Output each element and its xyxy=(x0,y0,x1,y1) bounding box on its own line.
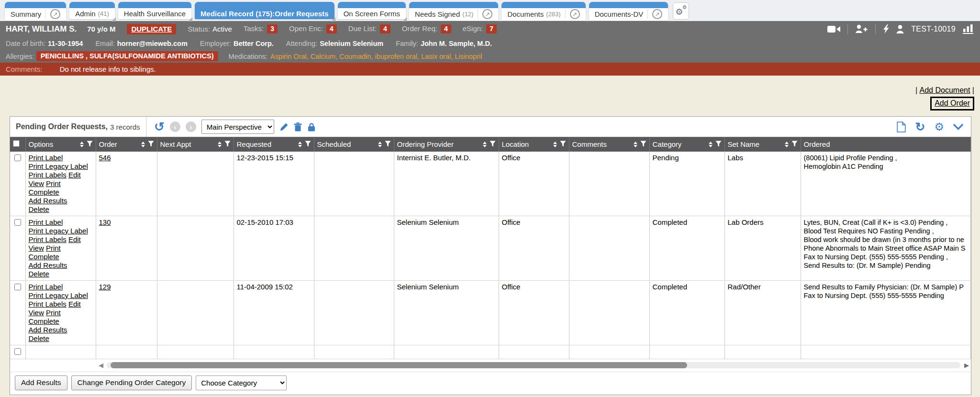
row-checkbox[interactable] xyxy=(14,284,21,290)
sort-icon[interactable] xyxy=(553,142,557,147)
filter-icon[interactable] xyxy=(224,140,231,148)
refresh-icon[interactable]: ↻ xyxy=(915,122,925,132)
tab-settings-button[interactable]: ⚙ ⚙ xyxy=(673,2,689,20)
option-link-print[interactable]: Print xyxy=(46,179,61,187)
medication-link[interactable]: Aspirin Oral xyxy=(270,53,307,60)
counter-badge[interactable]: 3 xyxy=(267,24,278,33)
sort-icon[interactable] xyxy=(218,142,222,147)
filter-icon[interactable] xyxy=(490,140,496,148)
add-person-icon[interactable] xyxy=(855,24,868,33)
option-link-edit[interactable]: Edit xyxy=(68,300,81,308)
option-link-print-label[interactable]: Print Label xyxy=(29,154,63,162)
order-number-link[interactable]: 130 xyxy=(99,218,111,226)
option-link-delete[interactable]: Delete xyxy=(29,334,49,342)
tab-admin[interactable]: Admin(41) xyxy=(69,2,115,21)
counter-badge[interactable]: 4 xyxy=(380,24,390,33)
option-link-complete[interactable]: Complete xyxy=(29,253,59,261)
row-checkbox[interactable] xyxy=(14,348,21,355)
filter-icon[interactable] xyxy=(305,140,311,148)
sort-icon[interactable] xyxy=(785,142,789,147)
sort-icon[interactable] xyxy=(378,142,382,147)
choose-category-select[interactable]: Choose Category xyxy=(196,375,287,390)
filter-icon[interactable] xyxy=(715,140,722,148)
tab-documents[interactable]: Documents(283)↗ xyxy=(501,2,585,21)
row-checkbox[interactable] xyxy=(14,219,21,226)
filter-icon[interactable] xyxy=(148,140,154,148)
person-icon[interactable] xyxy=(896,25,904,33)
sort-icon[interactable] xyxy=(298,142,302,147)
scroll-left-arrow[interactable]: ◀ xyxy=(99,362,103,369)
option-link-delete[interactable]: Delete xyxy=(29,270,49,278)
filter-icon[interactable] xyxy=(385,140,391,148)
option-link-print-labels[interactable]: Print Labels xyxy=(29,300,67,308)
filter-icon[interactable] xyxy=(791,140,798,148)
filter-icon[interactable] xyxy=(640,140,646,148)
scrollbar-thumb[interactable] xyxy=(111,362,687,368)
edit-pencil-icon[interactable] xyxy=(279,122,289,132)
option-link-print-label[interactable]: Print Label xyxy=(29,283,63,291)
popout-icon[interactable]: ↗ xyxy=(50,9,60,19)
lock-icon[interactable] xyxy=(307,122,316,132)
popout-icon[interactable]: ↗ xyxy=(652,9,662,19)
medication-link[interactable]: ibuprofen oral xyxy=(375,53,417,60)
tab-medical-record-175-order-requests[interactable]: Medical Record (175):Order Requests xyxy=(195,2,334,21)
option-link-add-results[interactable]: Add Results xyxy=(29,326,67,334)
grid-settings-gear-icon[interactable]: ⚙ xyxy=(934,121,944,132)
option-link-add-results[interactable]: Add Results xyxy=(29,197,67,205)
medication-link[interactable]: Coumadin xyxy=(339,53,371,60)
medication-link[interactable]: Lisinopril xyxy=(455,53,482,60)
lightning-icon[interactable] xyxy=(883,24,889,33)
option-link-print-legacy-label[interactable]: Print Legacy Label xyxy=(29,291,88,299)
change-pending-order-category-button[interactable]: Change Pending Order Category xyxy=(71,375,192,390)
counter-badge[interactable]: 7 xyxy=(486,24,497,33)
video-camera-icon[interactable] xyxy=(827,25,840,33)
option-link-view[interactable]: View xyxy=(29,309,44,317)
option-link-edit[interactable]: Edit xyxy=(68,235,81,243)
option-link-print-labels[interactable]: Print Labels xyxy=(29,171,67,179)
popout-icon[interactable]: ↗ xyxy=(570,9,580,19)
medication-link[interactable]: Lasix oral xyxy=(421,53,451,60)
trash-icon[interactable] xyxy=(294,122,302,132)
order-number-link[interactable]: 546 xyxy=(99,154,111,162)
option-link-view[interactable]: View xyxy=(29,244,44,252)
option-link-print[interactable]: Print xyxy=(46,244,61,252)
scroll-right-arrow[interactable]: ▶ xyxy=(964,362,969,369)
perspective-select[interactable]: Main Perspective xyxy=(201,120,274,134)
sort-icon[interactable] xyxy=(483,142,487,147)
add-document-link[interactable]: Add Document xyxy=(920,86,970,94)
tab-documents-dv[interactable]: Documents-DV↗ xyxy=(589,2,668,21)
scrollbar-track[interactable] xyxy=(107,362,960,368)
sort-icon[interactable] xyxy=(141,142,145,147)
prev-page-button[interactable]: ‹ xyxy=(170,121,180,132)
option-link-print-legacy-label[interactable]: Print Legacy Label xyxy=(29,162,88,170)
tab-needs-signed[interactable]: Needs Signed(12)↗ xyxy=(409,2,498,21)
option-link-print-labels[interactable]: Print Labels xyxy=(29,235,67,243)
allergy-badge[interactable]: PENICILLINS , SULFA(SULFONAMIDE ANTIBIOT… xyxy=(36,51,218,61)
option-link-print[interactable]: Print xyxy=(46,309,61,317)
counter-badge[interactable]: 4 xyxy=(441,24,451,33)
next-page-button[interactable]: › xyxy=(186,121,196,132)
tab-health-surveillance[interactable]: Health Surveillance xyxy=(118,2,191,21)
option-link-view[interactable]: View xyxy=(29,179,44,187)
tab-summary[interactable]: Summary↗ xyxy=(5,2,66,21)
undo-icon[interactable]: ↺ xyxy=(154,122,165,132)
bar-chart-icon[interactable] xyxy=(963,24,973,34)
new-document-icon[interactable] xyxy=(897,121,906,132)
order-number-link[interactable]: 129 xyxy=(99,283,111,291)
filter-icon[interactable] xyxy=(560,140,566,148)
counter-badge[interactable]: 4 xyxy=(326,24,337,33)
sort-icon[interactable] xyxy=(709,142,713,147)
filter-icon[interactable] xyxy=(87,140,93,148)
duplicate-badge[interactable]: DUPLICATE xyxy=(127,24,176,34)
option-link-edit[interactable]: Edit xyxy=(68,171,81,179)
select-all-checkbox[interactable] xyxy=(13,140,20,147)
medication-link[interactable]: Calcium xyxy=(311,53,335,60)
popout-icon[interactable]: ↗ xyxy=(482,9,492,19)
option-link-print-legacy-label[interactable]: Print Legacy Label xyxy=(29,227,88,235)
sort-icon[interactable] xyxy=(80,142,84,147)
row-checkbox[interactable] xyxy=(14,154,21,161)
option-link-delete[interactable]: Delete xyxy=(29,205,49,213)
add-results-button[interactable]: Add Results xyxy=(15,375,67,390)
tab-on-screen-forms[interactable]: On Screen Forms xyxy=(338,2,406,21)
option-link-complete[interactable]: Complete xyxy=(29,317,59,325)
